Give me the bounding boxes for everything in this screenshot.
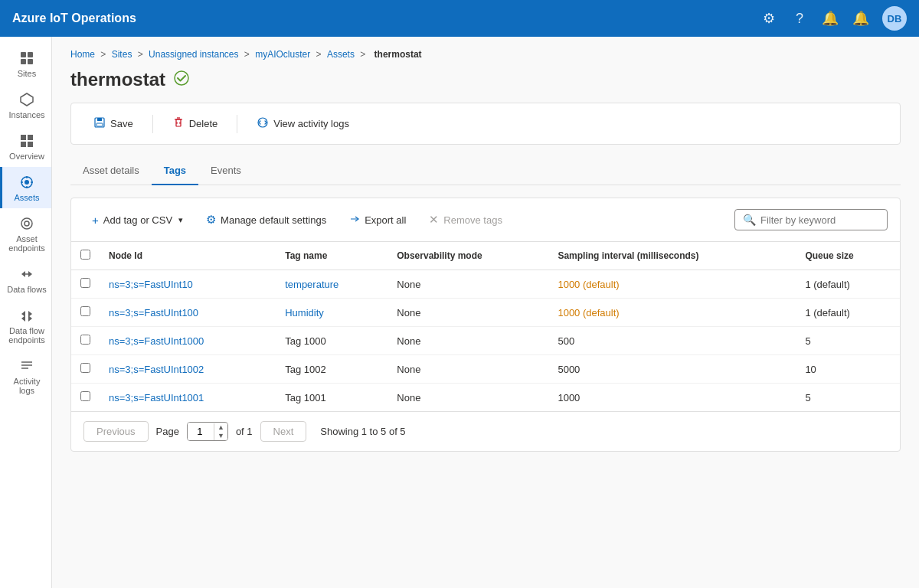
- header-obs-mode: Observability mode: [388, 242, 548, 270]
- row-checkbox-0[interactable]: [80, 278, 90, 288]
- chevron-down-icon: ▾: [178, 215, 183, 225]
- sidebar-item-asset-endpoints[interactable]: Asset endpoints: [0, 208, 51, 259]
- save-label: Save: [110, 118, 133, 129]
- sidebar-label-overview: Overview: [9, 152, 44, 161]
- view-activity-logs-button[interactable]: View activity logs: [247, 111, 359, 136]
- row-checkbox-cell: [71, 270, 100, 299]
- breadcrumb-cluster[interactable]: myAIOcluster: [255, 49, 310, 60]
- svg-rect-2: [21, 59, 26, 64]
- view-activity-logs-label: View activity logs: [273, 118, 349, 129]
- sidebar-item-activity-logs[interactable]: Activity logs: [0, 351, 51, 401]
- sidebar-label-instances: Instances: [8, 110, 44, 119]
- topnav-icons: ⚙ ? 🔔 🔔 DB: [760, 6, 907, 31]
- svg-rect-8: [28, 142, 33, 147]
- tag-name-link[interactable]: temperature: [285, 279, 338, 290]
- avatar[interactable]: DB: [882, 6, 907, 31]
- page-label: Page: [156, 426, 179, 437]
- overview-icon: [18, 132, 36, 150]
- sidebar-item-data-flows[interactable]: Data flows: [0, 259, 51, 300]
- row-sampling: 1000 (default): [548, 270, 796, 299]
- sidebar-label-asset-endpoints: Asset endpoints: [5, 234, 48, 253]
- settings-icon[interactable]: ⚙: [760, 9, 778, 28]
- page-spinners: ▲ ▼: [214, 423, 227, 440]
- add-tag-button[interactable]: + Add tag or CSV ▾: [83, 208, 191, 232]
- node-id-link[interactable]: ns=3;s=FastUInt1002: [109, 364, 204, 375]
- sidebar-item-assets[interactable]: Assets: [0, 167, 51, 208]
- tab-events[interactable]: Events: [198, 157, 253, 185]
- sidebar-label-sites: Sites: [18, 69, 36, 78]
- notifications-icon[interactable]: 🔔: [821, 9, 839, 28]
- svg-point-10: [25, 180, 29, 185]
- previous-button[interactable]: Previous: [83, 421, 149, 442]
- export-all-button[interactable]: Export all: [341, 208, 414, 232]
- save-button[interactable]: Save: [83, 111, 143, 136]
- breadcrumb-sep-3: >: [244, 49, 252, 60]
- breadcrumb-home[interactable]: Home: [70, 49, 95, 60]
- remove-tags-button[interactable]: ✕ Remove tags: [420, 207, 511, 232]
- tag-name-link[interactable]: Humidity: [285, 307, 324, 318]
- select-all-checkbox[interactable]: [80, 250, 90, 260]
- row-checkbox-3[interactable]: [80, 363, 90, 373]
- node-id-link[interactable]: ns=3;s=FastUInt1001: [109, 392, 204, 403]
- row-node-id: ns=3;s=FastUInt1002: [100, 355, 276, 384]
- svg-rect-5: [21, 135, 26, 140]
- sidebar-item-instances[interactable]: Instances: [0, 84, 51, 126]
- breadcrumb-unassigned[interactable]: Unassigned instances: [149, 49, 238, 60]
- row-tag-name: Tag 1002: [276, 355, 388, 384]
- tag-name-text: Tag 1000: [285, 335, 326, 347]
- row-checkbox-cell: [71, 299, 100, 327]
- row-checkbox-1[interactable]: [80, 306, 90, 316]
- sidebar-item-sites[interactable]: Sites: [0, 43, 51, 84]
- sidebar-label-data-flows: Data flows: [7, 285, 46, 294]
- sidebar-item-data-flow-endpoints[interactable]: Data flow endpoints: [0, 300, 51, 351]
- row-sampling: 500: [548, 327, 796, 355]
- table-body: ns=3;s=FastUInt10 temperature None 1000 …: [71, 270, 900, 412]
- breadcrumb-sites[interactable]: Sites: [112, 49, 132, 60]
- svg-marker-4: [21, 93, 33, 106]
- data-flow-endpoints-icon: [18, 306, 36, 325]
- tab-tags[interactable]: Tags: [152, 157, 198, 185]
- sidebar-item-overview[interactable]: Overview: [0, 126, 51, 167]
- page-up-button[interactable]: ▲: [214, 423, 227, 432]
- row-obs-mode: None: [388, 327, 548, 355]
- node-id-link[interactable]: ns=3;s=FastUInt100: [109, 307, 198, 318]
- node-id-link[interactable]: ns=3;s=FastUInt10: [109, 279, 193, 290]
- row-checkbox-cell: [71, 384, 100, 412]
- delete-button[interactable]: Delete: [162, 111, 228, 136]
- alert-icon[interactable]: 🔔: [852, 9, 870, 28]
- table-row: ns=3;s=FastUInt1001 Tag 1001 None 1000 5: [71, 384, 900, 412]
- manage-default-settings-button[interactable]: ⚙ Manage default settings: [198, 207, 335, 232]
- app-title: Azure IoT Operations: [12, 11, 760, 25]
- node-id-link[interactable]: ns=3;s=FastUInt1000: [109, 335, 204, 347]
- table-row: ns=3;s=FastUInt1000 Tag 1000 None 500 5: [71, 327, 900, 355]
- next-label: Next: [273, 426, 294, 437]
- row-sampling: 1000: [548, 384, 796, 412]
- table-row: ns=3;s=FastUInt1002 Tag 1002 None 5000 1…: [71, 355, 900, 384]
- row-checkbox-cell: [71, 327, 100, 355]
- breadcrumb-sep-4: >: [316, 49, 324, 60]
- row-sampling: 1000 (default): [548, 299, 796, 327]
- breadcrumb-sep-2: >: [138, 49, 146, 60]
- page-down-button[interactable]: ▼: [214, 432, 227, 440]
- row-obs-mode: None: [388, 355, 548, 384]
- svg-rect-1: [28, 52, 33, 57]
- filter-input[interactable]: [760, 214, 879, 226]
- table-toolbar: + Add tag or CSV ▾ ⚙ Manage default sett…: [71, 198, 900, 242]
- tab-asset-details[interactable]: Asset details: [70, 157, 152, 185]
- svg-point-16: [25, 221, 29, 226]
- row-queue: 5: [796, 384, 900, 412]
- page-number-input[interactable]: [188, 423, 212, 440]
- row-sampling: 5000: [548, 355, 796, 384]
- help-icon[interactable]: ?: [790, 9, 809, 28]
- action-divider-2: [237, 115, 237, 133]
- svg-rect-3: [28, 59, 33, 64]
- row-checkbox-2[interactable]: [80, 335, 90, 345]
- next-button[interactable]: Next: [260, 421, 307, 442]
- tag-name-text: Tag 1002: [285, 364, 326, 375]
- row-tag-name: temperature: [276, 270, 388, 299]
- row-checkbox-4[interactable]: [80, 391, 90, 401]
- export-icon: [349, 214, 360, 227]
- app-body: Sites Instances Overview Assets Asset en…: [0, 37, 919, 588]
- row-tag-name: Tag 1001: [276, 384, 388, 412]
- breadcrumb-assets[interactable]: Assets: [327, 49, 355, 60]
